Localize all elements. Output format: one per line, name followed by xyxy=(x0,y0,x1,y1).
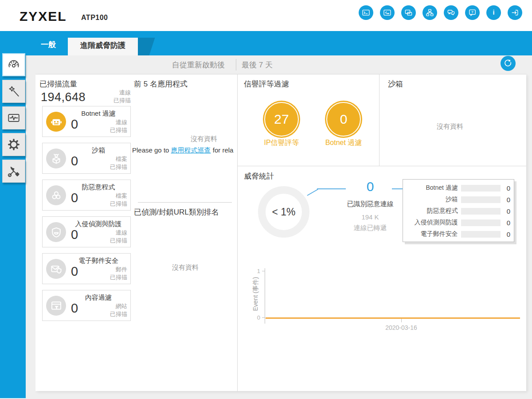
card-content-filter[interactable]: 內容過濾 0 網站 已掃描 xyxy=(42,290,131,321)
breakdown-row: Botnet 過濾 0 xyxy=(405,182,510,194)
breakdown-label: 沙箱 xyxy=(405,196,458,203)
scanned-traffic-title: 已掃描流量 xyxy=(39,79,77,89)
card-unit1: 檔案 xyxy=(116,192,127,200)
connector-line xyxy=(317,188,346,189)
breakdown-value: 0 xyxy=(503,207,510,215)
zyxel-logo: ZYXEL xyxy=(20,9,67,24)
url-ranking-title: 已偵測/封鎖URL類別排名 xyxy=(134,207,219,217)
breakdown-bar xyxy=(461,185,501,192)
card-value: 0 xyxy=(71,264,78,279)
period-since-reboot[interactable]: 自從重新啟動後 xyxy=(172,60,225,70)
help-icon[interactable]: ? xyxy=(465,5,480,20)
card-anti-malware[interactable]: 防惡意程式 0 檔案 已掃描 xyxy=(42,180,131,211)
card-value: 0 xyxy=(71,191,78,205)
botnet-filter-label: Botnet 過濾 xyxy=(308,138,379,148)
cli-reference-icon[interactable] xyxy=(380,5,395,20)
sandbox-icon xyxy=(46,149,66,168)
connector-line xyxy=(307,189,318,196)
card-botnet-filter[interactable]: Botnet 過濾 0 連線 已掃描 xyxy=(42,106,131,137)
sitemap-icon[interactable] xyxy=(422,5,437,20)
breakdown-value: 0 xyxy=(503,184,510,192)
y-tick-mark xyxy=(262,271,265,271)
botnet-filter-circle[interactable]: 0 xyxy=(325,101,362,138)
refresh-button[interactable] xyxy=(501,56,516,71)
card-unit1: 連線 xyxy=(116,118,127,126)
breakdown-value: 0 xyxy=(503,231,510,238)
web-windows-icon[interactable] xyxy=(401,5,416,20)
middle-divider xyxy=(138,202,232,203)
forum-icon[interactable] xyxy=(444,5,458,20)
top-apps-hint: Please go to 應用程式巡查 for rela xyxy=(132,146,237,155)
app-header: ZYXEL ATP100 ? i xyxy=(0,0,532,31)
card-value: 0 xyxy=(71,154,78,168)
sidebar-item-maintenance[interactable] xyxy=(2,160,25,183)
top-apps-title: 前 5 名應用程式 xyxy=(134,79,188,89)
nav-bar: 一般 進階威脅防護 xyxy=(0,31,532,55)
threat-breakdown-box: Botnet 過濾 0 沙箱 0 防惡意程式 0 入侵偵測與防護 0 電子郵件安… xyxy=(403,179,514,242)
card-value: 0 xyxy=(71,117,78,132)
sidebar-item-configuration[interactable] xyxy=(2,133,25,156)
card-unit2: 已掃描 xyxy=(110,126,127,134)
card-unit1: 網站 xyxy=(116,302,127,310)
event-zero-line xyxy=(266,317,520,319)
logout-icon[interactable] xyxy=(508,5,522,20)
card-unit1: 連線 xyxy=(116,229,127,237)
ip-reputation-circle[interactable]: 27 xyxy=(263,101,300,138)
botnet-filter-value: 0 xyxy=(340,112,348,127)
device-model: ATP100 xyxy=(81,14,108,22)
breakdown-label: 電子郵件安全 xyxy=(405,230,458,238)
card-email-security[interactable]: 電子郵件安全 0 郵件 已掃描 xyxy=(42,253,131,284)
biohazard-icon xyxy=(46,185,66,205)
event-chart-y-axis xyxy=(265,268,265,324)
forwarded-connections-label: 連線已轉遞 xyxy=(332,224,408,232)
breakdown-value: 0 xyxy=(503,219,510,227)
threat-donut-label: < 1% xyxy=(272,206,295,218)
ip-reputation-value: 27 xyxy=(274,112,289,127)
period-bar: 自從重新啟動後 最後 7 天 xyxy=(26,55,532,74)
x-tick-mark xyxy=(401,319,402,322)
card-unit1: 郵件 xyxy=(116,266,127,274)
divider-vertical-main xyxy=(237,74,238,391)
malicious-connections-label: 已識別惡意連線 xyxy=(332,200,408,208)
divider-horizontal-right xyxy=(237,166,526,166)
sidebar-item-dashboard[interactable] xyxy=(2,53,25,76)
sidebar-item-wizard[interactable] xyxy=(2,80,25,103)
card-unit2: 已掃描 xyxy=(110,310,127,318)
breakdown-value: 0 xyxy=(503,196,510,203)
breakdown-label: 入侵偵測與防護 xyxy=(405,219,458,227)
hint-suffix: for rela xyxy=(211,146,234,154)
breakdown-row: 入侵偵測與防護 0 xyxy=(405,217,510,228)
card-unit2: 已掃描 xyxy=(110,200,127,208)
period-divider xyxy=(236,59,236,70)
card-value: 0 xyxy=(71,227,78,242)
period-last-7-days[interactable]: 最後 7 天 xyxy=(242,60,273,70)
card-idp[interactable]: 入侵偵測與防護 0 連線 已掃描 xyxy=(42,216,131,247)
breakdown-label: 防惡意程式 xyxy=(405,207,458,215)
sidebar-item-monitor[interactable] xyxy=(2,106,25,129)
email-shield-icon xyxy=(46,259,66,279)
x-tick-date: 2020-03-16 xyxy=(370,324,432,331)
info-icon[interactable]: i xyxy=(486,5,501,20)
card-unit2: 已掃描 xyxy=(110,274,127,282)
card-value: 0 xyxy=(71,301,78,316)
malicious-connections-value: 0 xyxy=(357,179,383,194)
app-patrol-link[interactable]: 應用程式巡查 xyxy=(171,146,211,154)
scanned-traffic-total: 194,648 xyxy=(41,90,86,104)
breakdown-row: 沙箱 0 xyxy=(405,194,510,205)
hint-prefix: Please go to xyxy=(132,146,171,154)
tab-advanced-threat-protection[interactable]: 進階威脅防護 xyxy=(68,38,138,55)
tools-icon xyxy=(7,164,21,178)
card-unit2: 已掃描 xyxy=(110,237,127,245)
y-tick-1: 1 xyxy=(251,268,260,274)
console-icon[interactable] xyxy=(359,5,373,20)
breakdown-label: Botnet 過濾 xyxy=(405,184,458,192)
gear-icon xyxy=(7,137,21,152)
content-filter-icon xyxy=(46,296,66,316)
y-tick-0: 0 xyxy=(251,314,260,321)
y-tick-mark xyxy=(262,317,265,318)
ip-reputation-label: IP信譽評等 xyxy=(246,138,317,148)
breakdown-row: 電子郵件安全 0 xyxy=(405,228,510,240)
card-sandbox[interactable]: 沙箱 0 檔案 已掃描 xyxy=(42,143,131,174)
tab-general[interactable]: 一般 xyxy=(29,38,68,55)
activity-monitor-icon xyxy=(7,111,21,125)
